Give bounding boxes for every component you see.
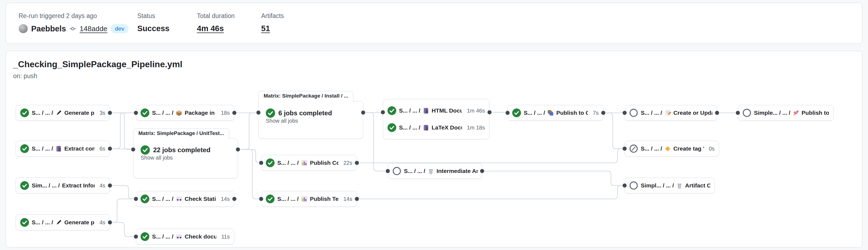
job-breadcrumb: S... / ... /Publish Test Re... <box>277 195 339 203</box>
matrix-node-matrix-install[interactable]: Matrix: SimplePackage / Install / ...6 j… <box>258 91 363 137</box>
job-node-generate-pipeline-params[interactable]: S... / ... /Generate pipelin...3s <box>16 105 110 121</box>
notebook-icon <box>423 107 429 114</box>
pen-icon <box>55 110 62 116</box>
job-breadcrumb: S... / ... /Check Static Ty... <box>152 195 216 203</box>
job-duration: 22s <box>341 160 352 166</box>
notebook-icon <box>55 145 62 152</box>
breadcrumb-prefix: S... / ... / <box>32 145 53 152</box>
job-breadcrumb: S... / ... /Generate pipelin... <box>32 110 95 116</box>
job-breadcrumb: S... / ... /Package in Sou... <box>152 110 216 116</box>
matrix-body[interactable]: 6 jobs completedShow all jobs <box>258 101 363 139</box>
job-label: Check docume... <box>185 233 216 240</box>
job-node-package-in-source[interactable]: S... / ... /Package in Sou...18s <box>136 105 235 121</box>
job-breadcrumb: Simple... / ... /Publish to PyPI <box>754 110 829 116</box>
job-node-check-static-typing[interactable]: S... / ... /Check Static Ty...14s <box>136 191 235 207</box>
job-node-artifact-cleanup[interactable]: Simpl... / ... /Artifact Cleanup <box>625 178 715 193</box>
breadcrumb-prefix: Sim... / ... / <box>32 182 60 189</box>
trash-icon <box>428 168 434 175</box>
job-breadcrumb: S... / ... /Create or Update R... <box>641 110 712 116</box>
job-node-publish-test-results[interactable]: S... / ... /Publish Test Re...14s <box>261 191 357 207</box>
status-skipped-icon <box>742 108 751 117</box>
status-success-icon <box>20 181 29 190</box>
status-success-icon <box>388 106 396 115</box>
job-duration: 1m 46s <box>465 108 485 114</box>
status-success-icon <box>141 194 149 203</box>
job-node-generate-pipeline-params-2[interactable]: S... / ... /Generate pipelin...4s <box>16 214 110 230</box>
job-label: Publish to PyPI <box>802 110 829 116</box>
status-success-icon <box>141 145 150 155</box>
job-label: Generate pipelin... <box>64 219 95 226</box>
job-breadcrumb: S... / ... /Extract configur... <box>32 145 95 152</box>
matrix-body[interactable]: 22 jobs completedShow all jobs <box>133 139 238 178</box>
breadcrumb-prefix: S... / ... / <box>152 110 174 116</box>
matrix-tab-label: Matrix: SimplePackage / Install / ... <box>258 91 353 102</box>
job-label: Create tag '${{ in... <box>673 145 704 152</box>
breadcrumb-prefix: S... / ... / <box>641 110 662 116</box>
job-node-extract-information[interactable]: Sim... / ... /Extract Information4s <box>16 178 110 193</box>
job-duration: 4s <box>97 182 105 189</box>
job-node-create-tag[interactable]: S... / ... /Create tag '${{ in...0s <box>625 141 719 156</box>
breadcrumb-prefix: S... / ... / <box>277 159 299 166</box>
job-label: Intermediate Artifa... <box>436 168 477 174</box>
tag-icon <box>664 145 671 152</box>
status-success-icon <box>20 108 29 117</box>
pen-icon <box>55 219 62 226</box>
job-label: Generate pipelin... <box>64 110 95 116</box>
breadcrumb-prefix: S... / ... / <box>152 233 174 240</box>
job-node-create-or-update-release[interactable]: S... / ... /Create or Update R... <box>625 105 717 121</box>
job-label: Extract configur... <box>64 145 95 152</box>
job-group-node-build-the-docs[interactable]: S... / ... /HTML Docu...1m 46sS... / ...… <box>383 99 490 139</box>
group-job-row[interactable]: S... / ... /HTML Docu...1m 46s <box>388 106 485 115</box>
group-job-row[interactable]: S... / ... /LaTeX Docu...1m 18s <box>388 123 485 132</box>
job-breadcrumb: S... / ... /HTML Docu... <box>399 107 462 114</box>
breadcrumb-prefix: S... / ... / <box>152 195 174 202</box>
job-node-publish-code-coverage[interactable]: S... / ... /Publish Code C...22s <box>261 155 357 171</box>
memo-icon <box>664 110 671 116</box>
status-skipped-slash-icon <box>629 144 638 153</box>
matrix-tab-label: Matrix: SimplePackage / UnitTest... <box>133 129 229 139</box>
eyes-icon <box>176 233 182 240</box>
breadcrumb-prefix: Simpl... / ... / <box>641 182 674 189</box>
breadcrumb-prefix: S... / ... / <box>641 145 662 152</box>
job-node-extract-configurations[interactable]: S... / ... /Extract configur...6s <box>16 141 110 156</box>
job-duration: 14s <box>219 196 230 202</box>
job-breadcrumb: S... / ... /Create tag '${{ in... <box>641 145 704 152</box>
job-label: Artifact Cleanup <box>685 182 710 189</box>
breadcrumb-prefix: S... / ... / <box>524 110 545 116</box>
job-duration: 7s <box>591 110 599 116</box>
job-breadcrumb: S... / ... /Generate pipelin... <box>32 219 95 226</box>
matrix-node-matrix-unittest[interactable]: Matrix: SimplePackage / UnitTest...22 jo… <box>133 129 238 177</box>
job-node-check-documentation[interactable]: S... / ... /Check docume...11s <box>136 229 235 245</box>
job-duration: 4s <box>97 219 105 226</box>
rocket-icon <box>793 110 799 116</box>
job-breadcrumb: Simpl... / ... /Artifact Cleanup <box>641 182 710 189</box>
status-success-icon <box>141 232 149 241</box>
status-success-icon <box>388 123 396 132</box>
bar-chart-icon <box>301 159 308 167</box>
job-node-publish-to-gh-pages[interactable]: S... / ... /Publish to GH-P...7s <box>507 105 603 121</box>
status-success-icon <box>20 218 29 227</box>
job-node-publish-to-pypi[interactable]: Simple... / ... /Publish to PyPI <box>738 105 834 121</box>
show-all-jobs-link[interactable]: Show all jobs <box>266 118 298 124</box>
job-duration: 11s <box>219 234 230 240</box>
job-label: Package in Sou... <box>185 110 216 116</box>
notebook-icon <box>423 124 429 131</box>
show-all-jobs-link[interactable]: Show all jobs <box>141 155 173 160</box>
job-duration: 3s <box>97 110 105 116</box>
job-breadcrumb: Sim... / ... /Extract Information <box>32 182 95 189</box>
breadcrumb-prefix: S... / ... / <box>399 107 420 114</box>
status-success-icon <box>141 108 149 117</box>
breadcrumb-prefix: S... / ... / <box>32 219 53 226</box>
status-success-icon <box>266 108 275 118</box>
status-skipped-icon <box>629 181 638 190</box>
job-node-intermediate-artifacts[interactable]: S... / ... /Intermediate Artifa... <box>388 163 482 179</box>
breadcrumb-prefix: S... / ... / <box>399 124 420 131</box>
job-label: Publish Code C... <box>310 159 339 166</box>
job-label: HTML Docu... <box>432 107 462 114</box>
job-label: LaTeX Docu... <box>432 124 462 131</box>
job-duration: 6s <box>97 146 105 152</box>
breadcrumb-prefix: S... / ... / <box>404 168 425 174</box>
job-duration: 1m 18s <box>465 124 485 131</box>
job-duration: 18s <box>219 110 230 116</box>
node-layer: S... / ... /Generate pipelin...3sS... / … <box>0 0 868 250</box>
